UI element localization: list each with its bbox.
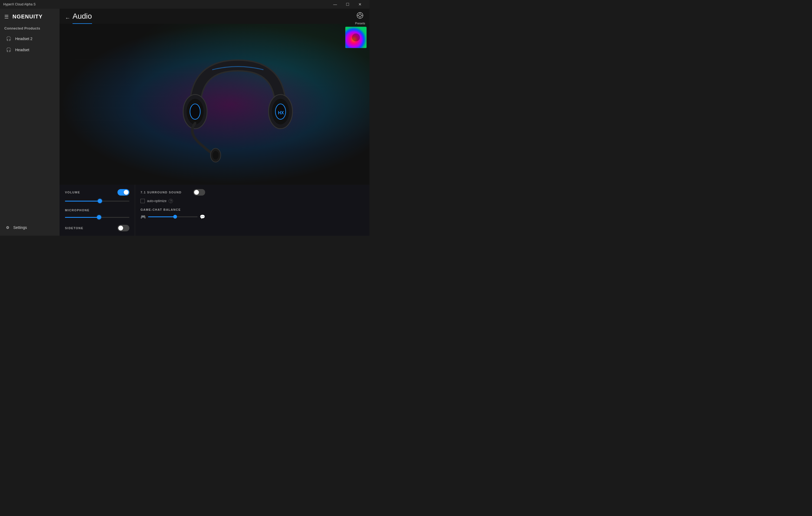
game-icon: 🎮: [141, 214, 146, 219]
balance-thumb[interactable]: [173, 215, 177, 219]
top-nav: ← Audio Presets: [60, 9, 370, 24]
headset2-label: Headset 2: [15, 36, 32, 41]
svg-point-1: [359, 14, 361, 17]
presets-button[interactable]: Presets: [355, 12, 365, 25]
settings-label: Settings: [13, 225, 27, 230]
sidetone-header: SIDETONE: [65, 225, 129, 231]
auto-optimize-checkbox[interactable]: [141, 199, 145, 203]
volume-toggle-thumb: [124, 190, 128, 195]
svg-text:HX: HX: [278, 110, 284, 115]
auto-optimize-label: auto-optimize: [147, 199, 167, 203]
microphone-section: MICROPHONE: [65, 209, 129, 220]
auto-optimize-row: auto-optimize ?: [141, 199, 205, 203]
sidebar-item-headset[interactable]: 🎧 Headset: [2, 45, 58, 55]
volume-slider-fill: [65, 201, 100, 201]
sidetone-section: SIDETONE: [65, 225, 129, 231]
game-chat-label: GAME-CHAT BALANCE: [141, 208, 181, 211]
window-title: HyperX Cloud Alpha S: [3, 2, 35, 6]
surround-section: 7.1 SURROUND SOUND auto-optimize ?: [141, 189, 205, 203]
brand-logo: NGENUITY: [12, 13, 42, 20]
headset-icon: 🎧: [6, 47, 11, 52]
presets-thumb-visual: [345, 27, 367, 48]
main-layout: ☰ NGENUITY Connected Products 🎧 Headset …: [0, 9, 370, 236]
surround-header: 7.1 SURROUND SOUND: [141, 189, 205, 195]
volume-section: VOLUME: [65, 189, 129, 204]
surround-toggle-track: [193, 189, 205, 195]
microphone-header: MICROPHONE: [65, 209, 129, 212]
sidetone-toggle-thumb: [118, 226, 123, 230]
volume-header: VOLUME: [65, 189, 129, 195]
sidebar: ☰ NGENUITY Connected Products 🎧 Headset …: [0, 9, 60, 236]
back-button[interactable]: ←: [65, 15, 70, 21]
minimize-button[interactable]: —: [329, 0, 341, 9]
headset-image-area: HX: [60, 24, 370, 185]
headset2-icon: 🎧: [6, 36, 11, 41]
surround-toggle-thumb: [194, 190, 199, 195]
balance-fill: [148, 216, 175, 217]
hamburger-icon[interactable]: ☰: [4, 14, 9, 20]
close-button[interactable]: ✕: [354, 0, 366, 9]
volume-toggle[interactable]: [117, 189, 129, 195]
volume-label: VOLUME: [65, 191, 80, 194]
surround-label: 7.1 SURROUND SOUND: [141, 191, 182, 194]
sidetone-toggle-track: [117, 225, 129, 231]
balance-slider-container: [148, 214, 197, 219]
chat-icon: 💬: [200, 214, 205, 219]
window-controls: — ☐ ✕: [329, 0, 366, 9]
headset-image: HX: [168, 40, 308, 176]
presets-icon: [356, 12, 364, 21]
settings-icon: ⚙: [6, 225, 9, 230]
sidetone-toggle[interactable]: [117, 225, 129, 231]
page-title: Audio: [72, 12, 92, 24]
controls-left: VOLUME: [60, 185, 135, 236]
help-icon[interactable]: ?: [169, 199, 173, 203]
surround-toggle[interactable]: [193, 189, 205, 195]
microphone-slider-fill: [65, 217, 99, 218]
microphone-slider-thumb[interactable]: [97, 215, 101, 219]
microphone-slider-container: [65, 215, 129, 220]
svg-point-16: [352, 33, 360, 41]
connected-products-label: Connected Products: [0, 23, 60, 33]
volume-slider-thumb[interactable]: [98, 199, 102, 203]
balance-slider-row: 🎮 💬: [141, 214, 205, 219]
sidetone-label: SIDETONE: [65, 226, 83, 230]
presets-label: Presets: [355, 22, 365, 25]
volume-toggle-track: [117, 189, 129, 195]
settings-item[interactable]: ⚙ Settings: [2, 223, 58, 233]
controls-right: 7.1 SURROUND SOUND auto-optimize ?: [135, 185, 210, 236]
game-chat-header: GAME-CHAT BALANCE: [141, 208, 205, 211]
sidebar-item-headset2[interactable]: 🎧 Headset 2: [2, 33, 58, 44]
volume-slider-container: [65, 198, 129, 204]
controls-inner: VOLUME: [60, 185, 210, 236]
microphone-label: MICROPHONE: [65, 209, 90, 212]
svg-point-8: [190, 104, 200, 119]
game-chat-section: GAME-CHAT BALANCE 🎮 💬: [141, 208, 205, 219]
headset-label: Headset: [15, 48, 29, 52]
controls-panel: VOLUME: [60, 185, 370, 236]
title-bar: HyperX Cloud Alpha S — ☐ ✕: [0, 0, 370, 9]
sidebar-header: ☰ NGENUITY: [0, 9, 60, 23]
presets-thumbnail[interactable]: [345, 27, 367, 48]
maximize-button[interactable]: ☐: [341, 0, 354, 9]
svg-point-14: [212, 151, 219, 160]
content-area: ← Audio Presets: [60, 9, 370, 236]
